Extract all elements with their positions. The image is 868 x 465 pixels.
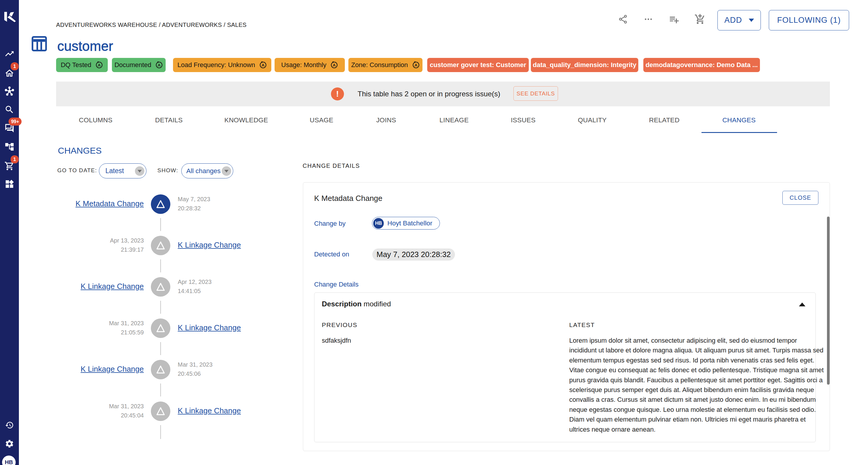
svg-text:A: A <box>261 63 265 67</box>
svg-text:A: A <box>414 63 417 67</box>
svg-text:A: A <box>158 63 161 67</box>
svg-text:A: A <box>98 63 101 67</box>
svg-text:A: A <box>333 63 336 67</box>
